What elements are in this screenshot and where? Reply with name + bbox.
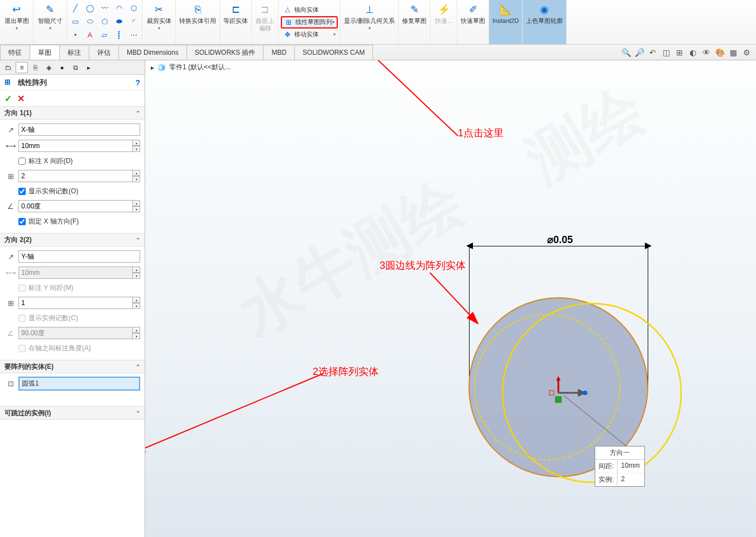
dir2-count-row: ⊞ ▴▾ (4, 296, 140, 310)
reverse-icon[interactable]: ↗ (4, 250, 17, 263)
tab-mbd[interactable]: MBD (263, 45, 295, 60)
graphics-canvas[interactable]: ▸ 🧊 零件1 (默认<<默认... 水牛测绘 测绘 ⌀0.05 (145, 60, 756, 537)
fillet-icon[interactable]: ◜ (126, 15, 141, 28)
spin-up[interactable]: ▴ (132, 140, 140, 146)
dir2-show-instance-check (18, 315, 26, 322)
fm-tab-hide[interactable]: ⧉ (69, 62, 82, 73)
plane-icon[interactable]: ▱ (97, 28, 112, 41)
fm-tab-pm[interactable]: ≡ (16, 62, 28, 73)
quick-button[interactable]: ⚡ 快速... (430, 0, 457, 44)
group-dir1-header[interactable]: 方向 1(1)⌃ (0, 106, 145, 120)
polygon-icon[interactable]: ⬠ (97, 15, 112, 28)
appearance-icon[interactable]: 🎨 (715, 47, 725, 58)
hide-show-icon[interactable]: 👁 (701, 47, 711, 58)
group-skip-header[interactable]: 可跳过的实例(I)⌃ (0, 406, 145, 420)
dir1-spacing-input[interactable] (18, 140, 133, 152)
quick-sketch-button[interactable]: ✐ 快速草图 (457, 0, 489, 44)
ok-button[interactable]: ✓ (4, 93, 12, 104)
view-orient-icon[interactable]: ⊞ (674, 47, 685, 58)
section-icon[interactable]: ◫ (661, 47, 671, 58)
arc-icon[interactable]: ◠ (112, 1, 126, 15)
dropdown-icon[interactable]: ▾ (332, 20, 334, 25)
part-icon: 🧊 (157, 64, 166, 72)
property-manager-panel: 🗀 ≡ ⎘ ◈ ● ⧉ ▸ ⊞ 线性阵列 ? ✓ ✕ 方向 1(1)⌃ ↗ (0, 60, 145, 537)
spline-icon[interactable]: 〰 (97, 1, 112, 15)
centerline-icon[interactable]: ┋ (112, 28, 126, 41)
tab-features[interactable]: 特征 (0, 45, 30, 60)
dir2-count-input[interactable] (18, 297, 133, 309)
dir1-fix-axis-check[interactable] (18, 218, 26, 225)
reverse-icon[interactable]: ↗ (4, 123, 17, 136)
fm-tab-more[interactable]: ▸ (83, 62, 95, 73)
text-icon[interactable]: A (83, 28, 97, 41)
show-delete-rel-button[interactable]: ⊥ 显示/删除几何关系 ▾ (341, 0, 399, 44)
smart-dimension-button[interactable]: ✎ 智能尺寸 ▾ (34, 0, 67, 44)
help-icon[interactable]: ? (135, 78, 140, 87)
exit-sketch-button[interactable]: ↩ 退出草图 ▾ (0, 0, 34, 44)
settings-icon[interactable]: ⚙ (741, 47, 752, 58)
dir1-show-instance-check[interactable] (18, 188, 26, 195)
slot-icon[interactable]: ⬭ (83, 15, 97, 28)
zoom-area-icon[interactable]: 🔎 (634, 47, 644, 58)
more-icon[interactable]: ⋯ (126, 28, 141, 41)
heads-up-toolbar: 🔍 🔎 ↶ ◫ ⊞ ◐ 👁 🎨 ▦ ⚙ (621, 45, 756, 60)
line-icon[interactable]: ╱ (68, 1, 83, 15)
convert-button[interactable]: ⎘ 转换实体引用 (176, 0, 220, 44)
dir2-spacing-row: ⟷ ▴▾ (4, 266, 140, 279)
fm-tab-display[interactable]: ● (56, 62, 68, 73)
scene-icon[interactable]: ▦ (728, 47, 738, 58)
tab-annotate[interactable]: 标注 (59, 45, 89, 60)
pattern-info-box[interactable]: 方向一 间距:10mm 实例:2 (595, 446, 645, 487)
instant2d-icon: 📐 (499, 3, 513, 16)
tab-sketch[interactable]: 草图 (30, 45, 60, 60)
trim-button[interactable]: ✂ 裁剪实体 ▾ (142, 0, 176, 44)
angle-icon: ∠ (4, 200, 17, 212)
dir1-count-input[interactable] (18, 170, 133, 182)
fm-tab-tree[interactable]: 🗀 (2, 62, 15, 73)
command-tabs: 特征 草图 标注 评估 MBD Dimensions SOLIDWORKS 插件… (0, 45, 756, 60)
group-entities-header[interactable]: 要阵列的实体(E)⌃ (0, 360, 145, 373)
display-style-icon[interactable]: ◐ (688, 47, 698, 58)
collapse-icon[interactable]: ⌃ (136, 110, 140, 116)
fm-tab-config[interactable]: ⎘ (29, 62, 41, 73)
dir2-axis-input[interactable] (18, 250, 140, 263)
color-outline-button[interactable]: ◉ 上色草图轮廓 (523, 0, 567, 44)
group-dir2-header[interactable]: 方向 2(2)⌃ (0, 233, 145, 246)
tab-cam[interactable]: SOLIDWORKS CAM (294, 45, 373, 60)
fm-tab-dim[interactable]: ◈ (42, 62, 55, 73)
breadcrumb[interactable]: ▸ 🧊 零件1 (默认<<默认... (151, 63, 231, 72)
tab-evaluate[interactable]: 评估 (89, 45, 119, 60)
ellipse-icon[interactable]: ⬬ (112, 15, 126, 28)
repair-sketch-button[interactable]: ✎ 修复草图 (399, 0, 430, 44)
zoom-fit-icon[interactable]: 🔍 (621, 47, 631, 58)
chamfer-icon[interactable]: ⬡ (126, 1, 141, 15)
cancel-button[interactable]: ✕ (17, 93, 25, 104)
prev-view-icon[interactable]: ↶ (648, 47, 658, 58)
pm-title: ⊞ 线性阵列 ? (0, 75, 145, 91)
offset-entities-button[interactable]: ⊏ 等距实体 (220, 0, 252, 44)
instant2d-button[interactable]: 📐 Instant2D (489, 0, 523, 44)
diameter-dimension[interactable]: ⌀0.05 (547, 234, 573, 246)
mirror-entity-button[interactable]: ⧊ 镜向实体 (281, 4, 338, 16)
sketch-origin[interactable] (547, 376, 592, 410)
circle-icon[interactable]: ◯ (83, 1, 97, 15)
expand-icon[interactable]: ▸ (151, 64, 154, 72)
tab-addins[interactable]: SOLIDWORKS 插件 (186, 45, 264, 60)
tab-mbd-dim[interactable]: MBD Dimensions (118, 45, 187, 60)
entities-selection-box[interactable]: 圆弧1 (18, 377, 140, 391)
spin-down[interactable]: ▾ (132, 146, 140, 152)
annotation-1: 1点击这里 (458, 126, 504, 140)
pm-accept-row: ✓ ✕ (0, 91, 145, 106)
dir1-dim-spacing-check[interactable] (18, 158, 26, 165)
fm-tabs: 🗀 ≡ ⎘ ◈ ● ⧉ ▸ (0, 60, 145, 75)
svg-rect-9 (549, 391, 554, 395)
surface-offset-button[interactable]: ⊐ 曲面上偏移 (252, 0, 279, 44)
linear-pattern-button[interactable]: ⊞ 线性草图阵列 ▾ (281, 16, 338, 28)
pattern-stack: ⧊ 镜向实体 ⊞ 线性草图阵列 ▾ ✥ 移动实体 ▾ (279, 0, 341, 44)
dir1-axis-input[interactable] (18, 123, 140, 136)
annotation-2: 2选择阵列实体 (313, 365, 379, 378)
dir1-angle-input[interactable] (18, 200, 133, 212)
rect-icon[interactable]: ▭ (68, 15, 83, 28)
point-icon[interactable]: • (68, 28, 83, 41)
move-entity-button[interactable]: ✥ 移动实体 ▾ (281, 28, 338, 41)
